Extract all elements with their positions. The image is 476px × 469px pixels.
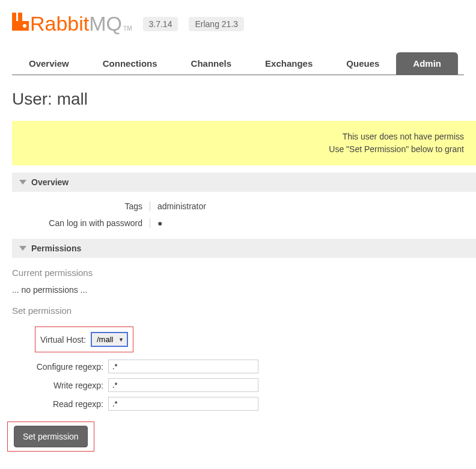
read-regexp-input[interactable] — [108, 397, 258, 411]
overview-row-login: Can log in with password ● — [12, 215, 476, 231]
svg-point-3 — [23, 24, 26, 28]
tabs: Overview Connections Channels Exchanges … — [12, 52, 464, 75]
tab-admin[interactable]: Admin — [396, 52, 458, 75]
warning-banner: This user does not have permiss Use "Set… — [12, 121, 476, 165]
overview-section: Overview Tags administrator Can log in w… — [12, 173, 476, 231]
warning-line-2: Use "Set Permission" below to grant — [24, 143, 464, 156]
overview-label-tags: Tags — [12, 201, 150, 211]
overview-value-login: ● — [150, 218, 162, 228]
page-title: User: mall — [12, 90, 464, 109]
permissions-section-title: Permissions — [31, 244, 81, 253]
chevron-down-icon — [19, 180, 26, 185]
overview-label-login: Can log in with password — [12, 218, 150, 228]
permissions-section: Permissions Current permissions ... no p… — [12, 239, 476, 452]
tab-overview[interactable]: Overview — [12, 52, 86, 75]
write-regexp-input[interactable] — [108, 378, 258, 392]
logo-tm-text: TM — [123, 25, 132, 32]
set-permission-form: Virtual Host: /mall Configure regexp: Wr… — [12, 326, 476, 452]
svg-rect-0 — [12, 13, 16, 21]
logo: RabbitMQTM — [12, 12, 132, 35]
tab-exchanges[interactable]: Exchanges — [248, 52, 329, 75]
page-title-prefix: User: — [12, 90, 57, 108]
page-title-user: mall — [57, 90, 88, 108]
write-regexp-row: Write regexp: — [12, 378, 476, 392]
rabbitmq-icon — [12, 13, 29, 31]
chevron-down-icon — [19, 246, 26, 251]
logo-rabbit-text: Rabbit — [30, 12, 89, 35]
header: RabbitMQTM 3.7.14 Erlang 21.3 — [0, 0, 476, 35]
configure-regexp-row: Configure regexp: — [12, 360, 476, 373]
erlang-badge: Erlang 21.3 — [189, 17, 244, 31]
overview-table: Tags administrator Can log in with passw… — [12, 198, 476, 231]
read-regexp-row: Read regexp: — [12, 397, 476, 411]
virtual-host-label: Virtual Host: — [40, 335, 91, 345]
read-regexp-label: Read regexp: — [12, 399, 108, 409]
svg-rect-1 — [18, 13, 22, 21]
set-permission-heading: Set permission — [12, 305, 476, 316]
logo-mq-text: MQ — [89, 12, 122, 35]
tab-connections[interactable]: Connections — [86, 52, 174, 75]
write-regexp-label: Write regexp: — [12, 381, 108, 390]
set-permission-highlight: Set permission — [7, 421, 94, 452]
overview-value-tags: administrator — [150, 201, 206, 211]
tab-channels[interactable]: Channels — [174, 52, 249, 75]
version-badge: 3.7.14 — [143, 17, 178, 31]
overview-section-title: Overview — [31, 177, 69, 187]
warning-line-1: This user does not have permiss — [24, 130, 464, 143]
configure-regexp-input[interactable] — [108, 360, 258, 373]
current-permissions-heading: Current permissions — [12, 268, 476, 278]
no-permissions-text: ... no permissions ... — [12, 285, 476, 295]
tab-queues[interactable]: Queues — [329, 52, 396, 75]
virtual-host-highlight: Virtual Host: /mall — [35, 326, 133, 352]
virtual-host-select[interactable]: /mall — [91, 332, 128, 347]
configure-regexp-label: Configure regexp: — [12, 362, 108, 372]
permissions-section-header[interactable]: Permissions — [12, 239, 476, 258]
overview-row-tags: Tags administrator — [12, 198, 476, 215]
set-permission-button[interactable]: Set permission — [14, 426, 88, 447]
overview-section-header[interactable]: Overview — [12, 173, 476, 192]
